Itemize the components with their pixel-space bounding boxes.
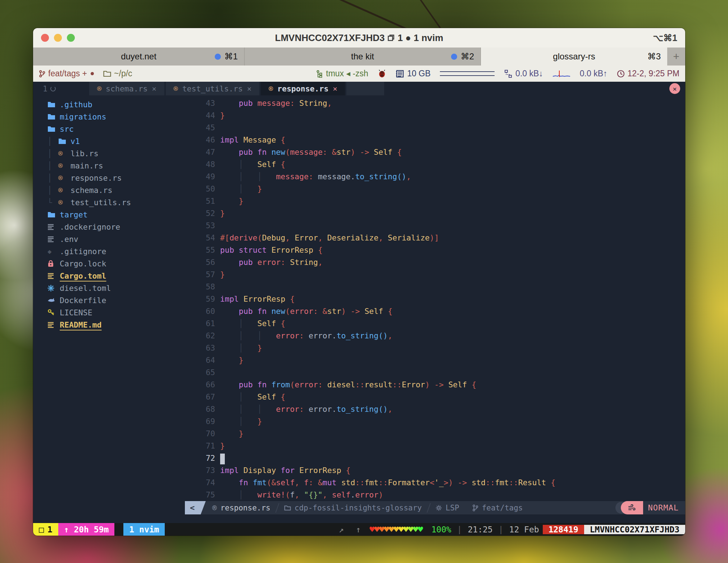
- code-line-66[interactable]: 66 pub fn from(error: diesel::result::Er…: [191, 379, 685, 391]
- tree-item-schema-rs[interactable]: │®schema.rs: [47, 184, 191, 196]
- line-number: 58: [191, 281, 215, 293]
- line-content: }: [215, 109, 225, 122]
- tree-item-lib-rs[interactable]: │®lib.rs: [47, 147, 191, 159]
- memory-graph: [440, 71, 495, 76]
- code-line-45[interactable]: 45: [191, 122, 685, 134]
- code-line-50[interactable]: 50 │ }: [191, 183, 685, 195]
- zoom-window-button[interactable]: [67, 34, 75, 42]
- tree-indent-guide: │: [47, 174, 58, 183]
- statusline-filename: ® response.rs: [206, 504, 277, 512]
- command-line[interactable]: [33, 514, 685, 523]
- rust-icon: ®: [58, 174, 70, 182]
- tree-item--gitignore[interactable]: ◆.gitignore: [47, 245, 191, 257]
- close-buffer-icon[interactable]: ✕: [247, 84, 251, 93]
- tab-the-kit[interactable]: the kit⌘2: [245, 48, 481, 66]
- line-number: 53: [191, 220, 215, 232]
- code-line-44[interactable]: 44}: [191, 109, 685, 122]
- code-line-53[interactable]: 53: [191, 220, 685, 232]
- tree-item-cargo-lock[interactable]: Cargo.lock: [47, 257, 191, 270]
- buffer-tab-response-rs[interactable]: ®response.rs✕: [261, 82, 345, 95]
- statusline-git-branch: feat/tags: [466, 504, 529, 512]
- folder-icon: [47, 101, 60, 108]
- buffer-name: schema.rs: [106, 84, 148, 93]
- infobar-text: tmux ◂ -zsh: [326, 69, 368, 78]
- code-line-54[interactable]: 54#[derive(Debug, Error, Deserialize, Se…: [191, 232, 685, 244]
- tree-item--github[interactable]: .github: [47, 98, 191, 111]
- code-line-64[interactable]: 64 }: [191, 354, 685, 366]
- tree-item-dockerfile[interactable]: Dockerfile: [47, 294, 191, 306]
- code-line-57[interactable]: 57}: [191, 269, 685, 281]
- hostname-label: LMVNHCC02X71XFJHD3: [584, 525, 685, 534]
- tree-item--dockerignore[interactable]: .dockerignore: [47, 221, 191, 233]
- line-number: 68: [191, 403, 215, 415]
- code-editor[interactable]: 43 pub message: String,44}4546impl Messa…: [191, 95, 685, 501]
- line-number: 54: [191, 232, 215, 244]
- tree-item-diesel-toml[interactable]: diesel.toml: [47, 282, 191, 294]
- code-line-52[interactable]: 52}: [191, 207, 685, 220]
- code-line-68[interactable]: 68 │ │ error: error.to_string(),: [191, 403, 685, 415]
- code-line-60[interactable]: 60 pub fn new(error: &str) -> Self {: [191, 305, 685, 317]
- code-line-59[interactable]: 59impl ErrorResp {: [191, 293, 685, 305]
- code-line-70[interactable]: 70 }: [191, 428, 685, 440]
- buffer-tab-schema-rs[interactable]: ®schema.rs✕: [89, 82, 164, 95]
- tree-item-readme-md[interactable]: README.md: [47, 319, 191, 331]
- code-line-72[interactable]: 72: [191, 452, 685, 464]
- code-line-61[interactable]: 61 │ Self {: [191, 317, 685, 330]
- code-line-63[interactable]: 63 │ }: [191, 342, 685, 354]
- tab-duyet-net[interactable]: duyet.net⌘1: [33, 48, 245, 66]
- tree-item-migrations[interactable]: migrations: [47, 111, 191, 123]
- tree-item-label: .env: [60, 235, 78, 244]
- line-content: │ }: [215, 342, 262, 354]
- code-line-43[interactable]: 43 pub message: String,: [191, 97, 685, 109]
- tree-item-src[interactable]: src: [47, 123, 191, 135]
- date-label: 12 Feb: [506, 525, 543, 534]
- close-window-button[interactable]: [41, 34, 49, 42]
- tree-item-label: .dockerignore: [60, 222, 120, 231]
- code-line-47[interactable]: 47 pub fn new(message: &str) -> Self {: [191, 146, 685, 158]
- code-line-73[interactable]: 73impl Display for ErrorResp {: [191, 464, 685, 477]
- tree-item-test-utils-rs[interactable]: └®test_utils.rs: [47, 196, 191, 208]
- code-line-55[interactable]: 55pub struct ErrorResp {: [191, 244, 685, 256]
- tree-item-label: src: [60, 125, 74, 134]
- mode-indicator: NORMAL: [615, 501, 685, 514]
- code-line-62[interactable]: 62 │ │ error: error.to_string(),: [191, 330, 685, 342]
- line-content: │ │ message: message.to_string(),: [215, 171, 411, 183]
- refresh-icon: [50, 86, 56, 91]
- tree-item-target[interactable]: target: [47, 208, 191, 221]
- tree-item-license[interactable]: LICENSE: [47, 306, 191, 319]
- code-line-71[interactable]: 71}: [191, 440, 685, 452]
- line-number: 73: [191, 464, 215, 477]
- new-tab-button[interactable]: +: [667, 48, 685, 66]
- clock-time: 21:25: [464, 525, 496, 534]
- tmux-session[interactable]: 1 nvim: [123, 523, 165, 536]
- wind-icon: [628, 504, 636, 512]
- code-line-58[interactable]: 58: [191, 281, 685, 293]
- tab-glossary-rs[interactable]: glossary-rs⌘3: [481, 48, 667, 66]
- rust-icon: ®: [97, 84, 101, 93]
- minimize-window-button[interactable]: [54, 34, 62, 42]
- code-line-67[interactable]: 67 │ Self {: [191, 391, 685, 403]
- tree-item-main-rs[interactable]: │®main.rs: [47, 159, 191, 172]
- tree-item-cargo-toml[interactable]: Cargo.toml: [47, 270, 191, 282]
- line-number: 46: [191, 134, 215, 146]
- line-number: 49: [191, 171, 215, 183]
- code-line-49[interactable]: 49 │ │ message: message.to_string(),: [191, 171, 685, 183]
- code-line-56[interactable]: 56 pub error: String,: [191, 256, 685, 269]
- code-line-46[interactable]: 46impl Message {: [191, 134, 685, 146]
- tree-item--env[interactable]: .env: [47, 233, 191, 245]
- code-line-48[interactable]: 48 │ Self {: [191, 158, 685, 171]
- close-buffer-icon[interactable]: ✕: [152, 84, 156, 93]
- buffer-name: response.rs: [277, 84, 328, 93]
- buffer-tab-test-utils-rs[interactable]: ®test_utils.rs✕: [166, 82, 259, 95]
- close-all-buffers-button[interactable]: ✕: [669, 83, 680, 94]
- close-buffer-icon[interactable]: ✕: [333, 84, 337, 93]
- code-line-74[interactable]: 74 fn fmt(&self, f: &mut std::fmt::Forma…: [191, 477, 685, 489]
- code-line-69[interactable]: 69 │ }: [191, 415, 685, 428]
- tree-item-v1[interactable]: │v1: [47, 135, 191, 147]
- tree-item-response-rs[interactable]: │®response.rs: [47, 172, 191, 184]
- code-line-51[interactable]: 51 }: [191, 195, 685, 207]
- code-line-65[interactable]: 65: [191, 366, 685, 379]
- code-line-75[interactable]: 75 │ write!(f, "{}", self.error): [191, 489, 685, 501]
- line-content: }: [215, 440, 225, 452]
- tmux-window-index[interactable]: □ 1: [33, 523, 58, 536]
